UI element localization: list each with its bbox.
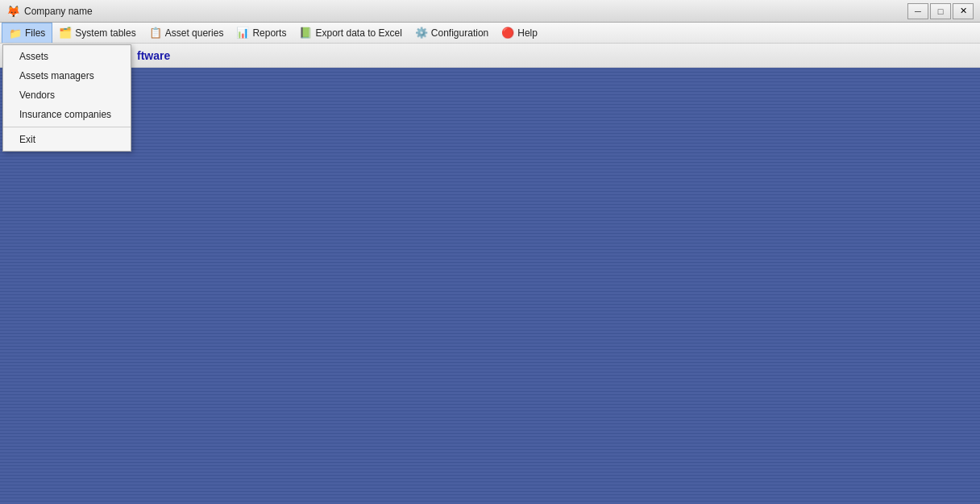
files-dropdown: Assets Assets managers Vendors Insurance… <box>2 44 131 152</box>
menu-item-asset-queries[interactable]: 📋 Asset queries <box>143 23 230 43</box>
menu-item-reports[interactable]: 📊 Reports <box>230 23 293 43</box>
configuration-icon: ⚙️ <box>415 27 428 40</box>
menu-item-export-excel[interactable]: 📗 Export data to Excel <box>293 23 408 43</box>
export-excel-icon: 📗 <box>299 27 312 40</box>
menu-item-system-tables[interactable]: 🗂️ System tables <box>52 23 142 43</box>
window-title: Company name <box>24 6 93 17</box>
dropdown-separator <box>3 127 131 127</box>
sub-header-label: ftware <box>137 49 170 62</box>
menu-item-help[interactable]: 🔴 Help <box>495 23 544 43</box>
system-tables-label: System tables <box>75 27 135 39</box>
files-icon: 📁 <box>9 27 22 40</box>
main-content <box>0 68 980 504</box>
export-excel-label: Export data to Excel <box>315 27 401 39</box>
dropdown-item-exit[interactable]: Exit <box>3 130 131 149</box>
sub-header: ftware <box>0 44 980 68</box>
help-icon: 🔴 <box>501 27 514 40</box>
title-bar: 🦊 Company name ─ □ ✕ <box>0 0 980 23</box>
menu-item-files[interactable]: 📁 Files Assets Assets managers Vendors I… <box>2 23 52 43</box>
asset-queries-label: Asset queries <box>165 27 224 39</box>
asset-queries-icon: 📋 <box>149 27 162 40</box>
help-label: Help <box>517 27 538 39</box>
menu-item-configuration[interactable]: ⚙️ Configuration <box>409 23 495 43</box>
app-icon: 🦊 <box>6 5 19 18</box>
dropdown-item-assets[interactable]: Assets <box>3 47 131 66</box>
reports-label: Reports <box>252 27 286 39</box>
maximize-button[interactable]: □ <box>930 3 951 19</box>
dropdown-item-assets-managers[interactable]: Assets managers <box>3 66 131 85</box>
title-bar-controls: ─ □ ✕ <box>907 3 974 19</box>
menu-bar: 📁 Files Assets Assets managers Vendors I… <box>0 23 980 44</box>
system-tables-icon: 🗂️ <box>59 27 72 40</box>
configuration-label: Configuration <box>431 27 488 39</box>
close-button[interactable]: ✕ <box>953 3 974 19</box>
minimize-button[interactable]: ─ <box>907 3 928 19</box>
files-label: Files <box>25 27 45 39</box>
dropdown-item-vendors[interactable]: Vendors <box>3 85 131 105</box>
dropdown-item-insurance-companies[interactable]: Insurance companies <box>3 105 131 124</box>
title-bar-left: 🦊 Company name <box>6 5 93 18</box>
reports-icon: 📊 <box>236 27 249 40</box>
